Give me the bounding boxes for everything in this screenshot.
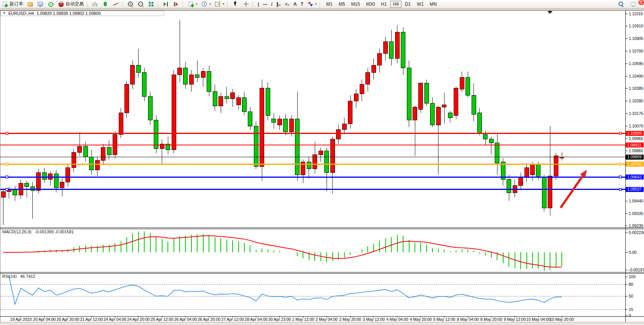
notification-badge[interactable]: 1: [638, 0, 644, 5]
candle[interactable]: [360, 84, 364, 94]
candle[interactable]: [401, 32, 405, 68]
toolbar-grip[interactable]: [183, 2, 185, 7]
candle[interactable]: [248, 112, 252, 126]
candle[interactable]: [54, 174, 58, 188]
candle[interactable]: [419, 83, 423, 110]
candle[interactable]: [289, 119, 293, 132]
candle[interactable]: [277, 119, 282, 125]
cursor-button[interactable]: [231, 1, 241, 8]
candle[interactable]: [354, 94, 358, 101]
tf-w1-button[interactable]: W1: [414, 1, 426, 8]
candle[interactable]: [284, 119, 288, 132]
toolbar-grip[interactable]: [158, 2, 159, 7]
candle[interactable]: [477, 113, 481, 133]
candle[interactable]: [213, 92, 217, 106]
candle[interactable]: [172, 75, 176, 150]
candle[interactable]: [183, 68, 188, 84]
candle[interactable]: [154, 120, 158, 149]
price-chart[interactable]: 1.110151.109101.108051.107001.105951.104…: [0, 0, 644, 325]
candle[interactable]: [424, 83, 429, 104]
candle[interactable]: [371, 65, 376, 73]
candle[interactable]: [195, 75, 199, 77]
candle[interactable]: [219, 96, 223, 106]
tf-m30-button[interactable]: M30: [363, 1, 378, 8]
channel-button[interactable]: ∥E: [275, 1, 282, 8]
candle[interactable]: [313, 155, 317, 169]
candle[interactable]: [60, 182, 64, 188]
candle[interactable]: [83, 146, 88, 157]
candle[interactable]: [448, 113, 452, 118]
dropdown-arrow-icon[interactable]: ▾: [209, 2, 211, 6]
toolbar-grip[interactable]: [87, 2, 89, 7]
candle[interactable]: [72, 152, 76, 168]
candle[interactable]: [536, 164, 540, 177]
candle[interactable]: [42, 172, 46, 180]
candle[interactable]: [136, 65, 140, 73]
candle[interactable]: [272, 119, 276, 123]
candle[interactable]: [430, 104, 435, 125]
candle[interactable]: [454, 88, 458, 115]
candle[interactable]: [519, 177, 523, 186]
line-handle[interactable]: [6, 163, 8, 165]
candle[interactable]: [148, 96, 152, 120]
candle[interactable]: [325, 151, 329, 172]
auto-scroll-button[interactable]: [161, 1, 171, 8]
candle[interactable]: [495, 143, 499, 163]
templates-button[interactable]: ▾: [213, 1, 226, 8]
line-handle[interactable]: [619, 188, 622, 191]
autotrade-button[interactable]: 自动交易: [56, 1, 85, 8]
bar-chart-button[interactable]: [91, 1, 100, 8]
candle[interactable]: [542, 177, 546, 208]
candle[interactable]: [231, 93, 235, 99]
candle[interactable]: [554, 156, 558, 176]
time-axis[interactable]: 19 Apr 202320 Apr 04:0020 Apr 20:0021 Ap…: [10, 317, 574, 322]
dropdown-arrow-icon[interactable]: ▾: [223, 2, 224, 6]
label-button[interactable]: T: [299, 1, 305, 8]
candle[interactable]: [89, 157, 94, 170]
tf-m15-button[interactable]: M15: [348, 1, 362, 8]
candle[interactable]: [366, 73, 370, 84]
line-handle[interactable]: [6, 176, 8, 178]
arrows-button[interactable]: ▾: [306, 1, 318, 8]
zoom-out-button[interactable]: [136, 1, 146, 8]
candle[interactable]: [95, 161, 99, 170]
candle[interactable]: [389, 41, 394, 58]
line-handle[interactable]: [619, 176, 622, 178]
candle[interactable]: [383, 41, 387, 53]
candle[interactable]: [260, 88, 264, 166]
candle[interactable]: [295, 119, 300, 175]
candle[interactable]: [436, 107, 440, 125]
candle[interactable]: [142, 73, 147, 97]
candle[interactable]: [460, 77, 464, 89]
candle[interactable]: [225, 96, 229, 99]
candle[interactable]: [531, 164, 535, 175]
tf-d1-button[interactable]: D1: [402, 1, 413, 8]
line-handle[interactable]: [619, 163, 622, 165]
candle[interactable]: [342, 124, 346, 130]
candle[interactable]: [107, 148, 111, 155]
tf-m5-button[interactable]: M5: [336, 1, 348, 8]
tf-m1-button[interactable]: M1: [324, 1, 335, 8]
market-watch-button[interactable]: [26, 1, 35, 8]
line-handle[interactable]: [619, 132, 622, 134]
candle[interactable]: [548, 176, 552, 208]
chat-button[interactable]: [629, 1, 638, 8]
candle[interactable]: [442, 105, 446, 107]
candle[interactable]: [113, 134, 117, 155]
candle[interactable]: [131, 65, 135, 84]
candle[interactable]: [348, 101, 352, 124]
search-button[interactable]: [616, 1, 626, 8]
candle[interactable]: [189, 75, 193, 84]
tf-h1-button[interactable]: H1: [378, 1, 389, 8]
candle[interactable]: [507, 180, 511, 193]
candle[interactable]: [124, 84, 129, 113]
toolbar-grip[interactable]: [227, 2, 229, 7]
candlestick-button[interactable]: [101, 1, 110, 8]
fibonacci-button[interactable]: ≡F: [283, 1, 291, 8]
new-order-button[interactable]: 新订单: [0, 1, 25, 8]
collapse-chart-icon[interactable]: ▼: [3, 11, 6, 16]
candle[interactable]: [119, 113, 123, 134]
candle[interactable]: [307, 162, 311, 169]
dropdown-arrow-icon[interactable]: ▾: [315, 2, 317, 6]
text-button[interactable]: A: [292, 1, 298, 8]
